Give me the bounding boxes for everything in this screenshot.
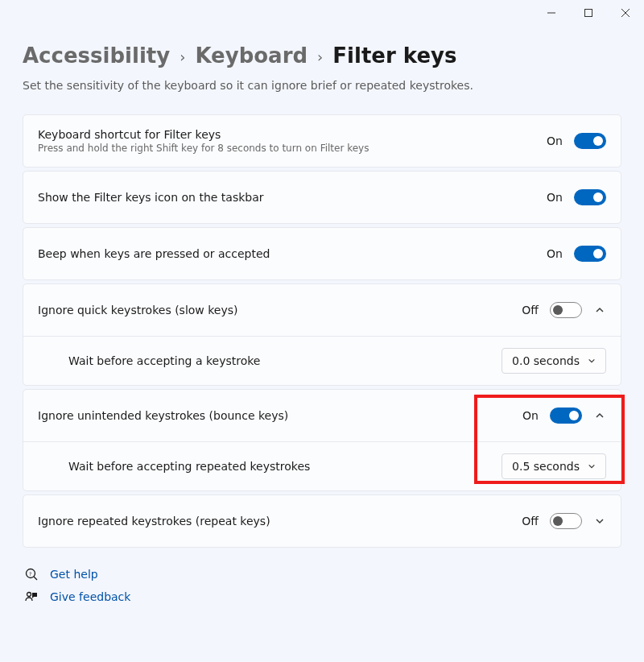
dropdown-slow-keys-wait[interactable]: 0.0 seconds <box>502 348 606 374</box>
breadcrumb-current: Filter keys <box>332 43 456 68</box>
row-title: Ignore unintended keystrokes (bounce key… <box>38 409 522 422</box>
row-bounce-keys-wait: Wait before accepting repeated keystroke… <box>23 441 621 490</box>
close-button[interactable] <box>607 0 644 26</box>
row-slow-keys-wait: Wait before accepting a keystroke 0.0 se… <box>23 336 621 385</box>
toggle-state-label: On <box>547 134 563 147</box>
svg-text:?: ? <box>29 571 31 577</box>
svg-rect-1 <box>585 10 592 17</box>
toggle-bounce-keys[interactable] <box>550 408 582 424</box>
breadcrumb: Accessibility › Keyboard › Filter keys <box>23 43 621 68</box>
toggle-state-label: On <box>522 409 539 422</box>
chevron-up-icon[interactable] <box>593 409 606 422</box>
help-icon: ? <box>24 567 39 581</box>
row-slow-keys[interactable]: Ignore quick keystrokes (slow keys) Off <box>23 284 621 336</box>
row-bounce-keys[interactable]: Ignore unintended keystrokes (bounce key… <box>23 390 621 441</box>
chevron-right-icon: › <box>317 48 323 65</box>
chevron-right-icon: › <box>180 48 185 65</box>
row-title: Beep when keys are pressed or accepted <box>38 247 547 260</box>
toggle-beep[interactable] <box>574 246 606 262</box>
row-description: Press and hold the right Shift key for 8… <box>38 143 547 154</box>
chevron-down-icon[interactable] <box>593 515 606 528</box>
toggle-state-label: On <box>547 247 563 260</box>
breadcrumb-item-accessibility[interactable]: Accessibility <box>23 43 170 68</box>
feedback-icon <box>24 590 39 604</box>
row-keyboard-shortcut: Keyboard shortcut for Filter keys Press … <box>23 115 621 167</box>
link-give-feedback[interactable]: Give feedback <box>24 590 621 604</box>
sub-row-label: Wait before accepting repeated keystroke… <box>68 460 502 473</box>
toggle-keyboard-shortcut[interactable] <box>574 133 606 149</box>
page-subtitle: Set the sensitivity of the keyboard so i… <box>23 79 621 92</box>
dropdown-bounce-keys-wait[interactable]: 0.5 seconds <box>502 453 606 479</box>
link-label: Get help <box>50 568 98 581</box>
row-beep: Beep when keys are pressed or accepted O… <box>23 228 621 279</box>
link-get-help[interactable]: ? Get help <box>24 567 621 581</box>
row-taskbar-icon: Show the Filter keys icon on the taskbar… <box>23 172 621 223</box>
window-controls <box>533 0 644 26</box>
row-repeat-keys[interactable]: Ignore repeated keystrokes (repeat keys)… <box>23 495 621 547</box>
toggle-slow-keys[interactable] <box>550 302 582 318</box>
sub-row-label: Wait before accepting a keystroke <box>68 354 502 367</box>
toggle-state-label: On <box>547 191 563 204</box>
breadcrumb-item-keyboard[interactable]: Keyboard <box>195 43 308 68</box>
maximize-button[interactable] <box>570 0 607 26</box>
row-title: Keyboard shortcut for Filter keys <box>38 128 547 141</box>
svg-point-6 <box>27 593 31 597</box>
toggle-state-label: Off <box>522 304 539 317</box>
link-label: Give feedback <box>50 590 130 603</box>
dropdown-value: 0.5 seconds <box>512 460 580 473</box>
toggle-repeat-keys[interactable] <box>550 513 582 529</box>
toggle-state-label: Off <box>522 515 539 528</box>
row-title: Ignore repeated keystrokes (repeat keys) <box>38 515 522 528</box>
minimize-button[interactable] <box>533 0 570 26</box>
row-title: Show the Filter keys icon on the taskbar <box>38 191 547 204</box>
chevron-up-icon[interactable] <box>593 304 606 317</box>
toggle-taskbar-icon[interactable] <box>574 189 606 205</box>
row-title: Ignore quick keystrokes (slow keys) <box>38 304 522 317</box>
dropdown-value: 0.0 seconds <box>512 354 580 367</box>
